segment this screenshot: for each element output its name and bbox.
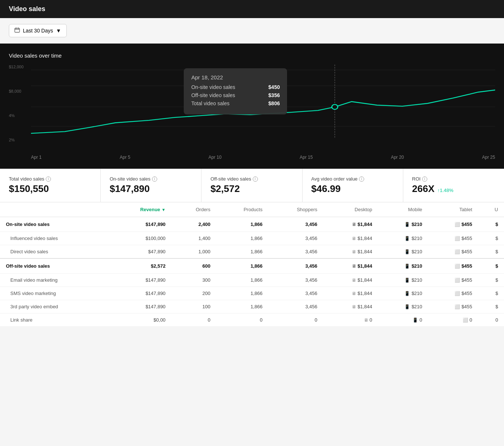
col-header-u[interactable]: U: [478, 202, 504, 217]
y-label-1: $12,000: [9, 65, 31, 69]
row-name: 3rd party video embed: [0, 300, 108, 313]
row-name: On-site video sales: [0, 217, 108, 232]
metric-label-3: Avg video order value i: [311, 176, 394, 182]
row-shoppers: 3,456: [268, 232, 323, 245]
table-row: Influenced video sales $100,000 1,400 1,…: [0, 232, 504, 245]
row-shoppers: 3,456: [268, 300, 323, 313]
row-name: Link share: [0, 313, 108, 327]
col-header-mobile[interactable]: Mobile: [378, 202, 428, 217]
tooltip-value-2: $356: [268, 92, 280, 98]
info-icon-0[interactable]: i: [46, 176, 51, 182]
row-revenue: $147,890: [108, 274, 172, 287]
col-header-tablet[interactable]: Tablet: [428, 202, 478, 217]
chart-title: Video sales over time: [9, 52, 495, 59]
x-label-5: Apr 20: [391, 155, 404, 160]
row-u: $: [478, 287, 504, 300]
col-header-name: [0, 202, 108, 217]
row-shoppers: 0: [268, 313, 323, 327]
desktop-icon: 🖥: [352, 291, 356, 296]
row-mobile: 📱 $210: [378, 232, 428, 245]
row-revenue: $2,572: [108, 258, 172, 274]
info-icon-1[interactable]: i: [152, 176, 157, 182]
tooltip-value-1: $450: [268, 84, 280, 90]
row-tablet: ⬜ 0: [428, 313, 478, 327]
row-revenue: $147,890: [108, 300, 172, 313]
tooltip-label-1: On-site video sales: [191, 84, 235, 90]
row-products: 0: [216, 313, 268, 327]
col-header-shoppers[interactable]: Shoppers: [268, 202, 323, 217]
row-u: $: [478, 258, 504, 274]
row-shoppers: 3,456: [268, 217, 323, 232]
col-header-products[interactable]: Products: [216, 202, 268, 217]
row-u: $: [478, 217, 504, 232]
y-label-4: 2%: [9, 138, 31, 142]
row-tablet: ⬜ $455: [428, 300, 478, 313]
chart-section: Video sales over time $12,000 $8,000 4% …: [0, 44, 504, 169]
tablet-icon: ⬜: [455, 249, 460, 254]
row-products: 1,866: [216, 287, 268, 300]
row-desktop: 🖥 $1,844: [323, 258, 378, 274]
metric-label-1: On-site video sales i: [110, 176, 192, 182]
mobile-icon: 📱: [404, 291, 410, 296]
tooltip-date: Apr 18, 2022: [191, 74, 280, 80]
row-tablet: ⬜ $455: [428, 245, 478, 259]
col-header-desktop[interactable]: Desktop: [323, 202, 378, 217]
tablet-icon: ⬜: [455, 278, 460, 283]
tooltip-row-2: Off-site video sales $356: [191, 92, 280, 98]
tablet-icon: ⬜: [455, 236, 460, 241]
row-shoppers: 3,456: [268, 274, 323, 287]
row-revenue: $147,890: [108, 287, 172, 300]
metric-label-4: ROI i: [412, 176, 495, 182]
tooltip-row-1: On-site video sales $450: [191, 84, 280, 90]
tooltip-label-3: Total video sales: [191, 100, 229, 106]
svg-rect-0: [15, 28, 20, 32]
row-tablet: ⬜ $455: [428, 287, 478, 300]
metric-value-0: $150,550: [9, 183, 92, 195]
tablet-icon: ⬜: [455, 291, 460, 296]
desktop-icon: 🖥: [352, 236, 356, 241]
row-orders: 0: [172, 313, 217, 327]
tooltip-value-3: $806: [268, 100, 280, 106]
tablet-icon: ⬜: [455, 222, 460, 227]
svg-point-6: [332, 104, 338, 109]
desktop-icon: 🖥: [364, 318, 368, 323]
info-icon-4[interactable]: i: [422, 176, 427, 182]
metric-value-3: $46.99: [311, 183, 394, 195]
row-orders: 600: [172, 258, 217, 274]
chart-container: $12,000 $8,000 4% 2% Apr 18, 2022 On-sit…: [9, 65, 495, 153]
y-label-3: 4%: [9, 113, 31, 118]
row-desktop: 🖥 $1,844: [323, 245, 378, 259]
row-orders: 2,400: [172, 217, 217, 232]
desktop-icon: 🖥: [352, 222, 356, 227]
row-shoppers: 3,456: [268, 258, 323, 274]
info-icon-2[interactable]: i: [253, 176, 258, 182]
table-row: SMS video marketing $147,890 200 1,866 3…: [0, 287, 504, 300]
info-icon-3[interactable]: i: [359, 176, 364, 182]
mobile-icon: 📱: [404, 278, 410, 283]
x-label-3: Apr 10: [208, 155, 221, 160]
toolbar: Last 30 Days ▼: [0, 18, 504, 44]
row-products: 1,866: [216, 300, 268, 313]
date-filter-button[interactable]: Last 30 Days ▼: [9, 24, 67, 37]
row-name: Email video marketing: [0, 274, 108, 287]
row-mobile: 📱 $210: [378, 258, 428, 274]
col-header-revenue[interactable]: Revenue ▼: [108, 202, 172, 217]
table-row: Off-site video sales $2,572 600 1,866 3,…: [0, 258, 504, 274]
row-desktop: 🖥 0: [323, 313, 378, 327]
row-revenue: $147,890: [108, 217, 172, 232]
row-u: $: [478, 232, 504, 245]
row-tablet: ⬜ $455: [428, 274, 478, 287]
table-header-row: Revenue ▼ Orders Products Shoppers Deskt…: [0, 202, 504, 217]
row-mobile: 📱 0: [378, 313, 428, 327]
table-row: Email video marketing $147,890 300 1,866…: [0, 274, 504, 287]
date-filter-label: Last 30 Days: [23, 28, 53, 34]
row-products: 1,866: [216, 232, 268, 245]
row-u: 0: [478, 313, 504, 327]
col-header-orders[interactable]: Orders: [172, 202, 217, 217]
desktop-icon: 🖥: [352, 278, 356, 283]
tablet-icon: ⬜: [455, 304, 460, 309]
row-name: Influenced video sales: [0, 232, 108, 245]
table-row: On-site video sales $147,890 2,400 1,866…: [0, 217, 504, 232]
metric-avg-order-value: Avg video order value i $46.99: [303, 169, 403, 202]
row-orders: 1,400: [172, 232, 217, 245]
